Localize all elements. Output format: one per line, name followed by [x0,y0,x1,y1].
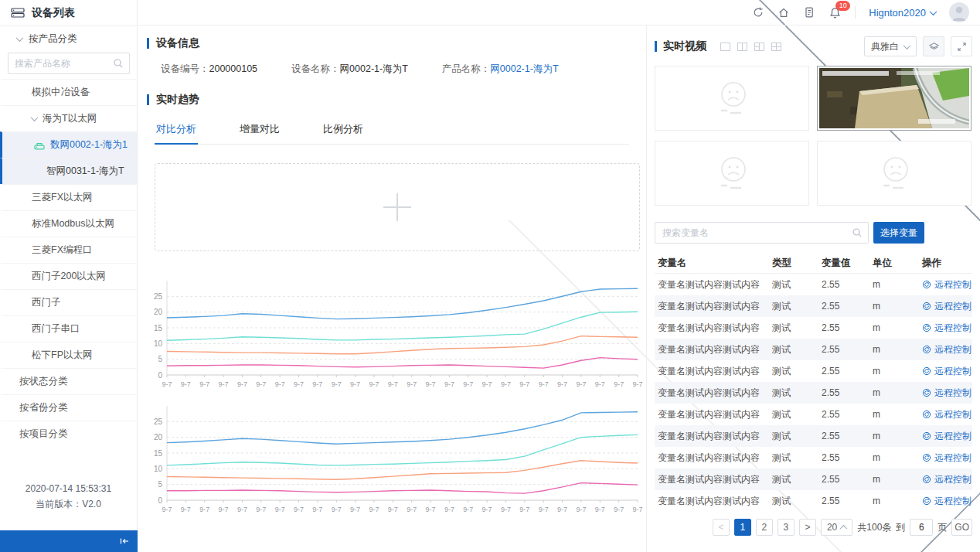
remote-control-icon [922,453,931,462]
device-online-icon [34,141,45,150]
svg-text:20: 20 [154,308,163,316]
theme-selector[interactable]: 典雅白 [864,36,917,56]
fullscreen-button[interactable] [951,36,972,56]
svg-text:10: 10 [154,339,163,348]
no-video-placeholder-icon [707,80,757,117]
remote-control-link[interactable]: 远程控制 [922,300,972,313]
remote-control-link[interactable]: 远程控制 [922,451,972,465]
variable-type-cell: 测试 [772,365,822,378]
tab-compare-analysis[interactable]: 对比分析 [155,116,198,144]
sidebar-tree-item[interactable]: 三菱FX以太网 [0,184,137,210]
variable-row: 变量名测试内容测试内容测试2.55m远程控制 [655,404,972,425]
sidebar-tree-item[interactable]: 海为T以太网 [0,105,137,131]
svg-text:10: 10 [154,465,163,473]
category-toggle-label: 按产品分类 [29,32,77,46]
chevron-down-icon [16,34,24,42]
video-tile-playing[interactable] [817,66,971,131]
sidebar-category-item[interactable]: 按省份分类 [0,394,137,421]
tab-increment-compare[interactable]: 增量对比 [238,116,281,144]
pagination-pages: 123 [734,519,795,536]
remote-control-link[interactable]: 远程控制 [922,387,972,400]
sidebar-item-label: 模拟中冶设备 [32,86,90,99]
remote-control-link[interactable]: 远程控制 [922,430,972,443]
svg-text:9-7: 9-7 [275,506,285,513]
user-menu[interactable]: Hignton2020 [869,7,936,19]
pagination-next-button[interactable]: > [799,519,816,536]
variable-type-cell: 测试 [772,387,822,400]
remote-control-label: 远程控制 [934,451,971,465]
page-jump-input[interactable] [910,519,933,536]
tab-ratio-analysis[interactable]: 比例分析 [322,116,365,144]
sidebar-device-item[interactable]: 智网0031-1-海为T [0,158,137,184]
variable-unit-cell: m [873,366,922,377]
sidebar-device-item[interactable]: 数网0002-1-海为1 [0,131,137,158]
remote-control-label: 远程控制 [934,387,971,400]
refresh-icon[interactable] [752,6,764,19]
remote-control-link[interactable]: 远程控制 [922,322,972,335]
variable-unit-cell: m [873,301,922,312]
layout-two-pane-icon[interactable] [737,43,747,51]
remote-control-label: 远程控制 [934,495,971,508]
svg-text:5: 5 [158,355,162,363]
notification-bell-icon[interactable]: 10 [829,6,842,19]
sidebar-tree-item[interactable]: 西门子 [0,289,137,315]
device-number-field: 设备编号：200000105 [161,63,257,76]
product-search-input[interactable] [8,53,130,74]
sidebar-tree-item[interactable]: 模拟中冶设备 [0,79,137,105]
sidebar-category-item[interactable]: 按项目分类 [0,421,137,447]
variable-name-cell: 变量名测试内容测试内容 [655,451,772,465]
remote-control-link[interactable]: 远程控制 [922,365,972,378]
sidebar-tree-item[interactable]: 标准Modbus以太网 [0,210,137,237]
sidebar-tree-item[interactable]: 西门子200以太网 [0,263,137,289]
remote-control-icon [922,496,931,506]
remote-control-link[interactable]: 远程控制 [922,495,972,508]
select-variables-button[interactable]: 选择变量 [873,222,924,244]
video-title: 实时视频 [663,39,706,53]
remote-control-link[interactable]: 远程控制 [922,278,972,291]
section-accent-bar [655,41,657,52]
trend-title: 实时趋势 [156,93,199,107]
pagination-page-button[interactable]: 1 [734,519,751,536]
video-tile-empty[interactable] [817,141,971,206]
col-action: 操作 [922,257,972,270]
remote-control-icon [922,388,931,397]
variable-search-input[interactable] [655,222,869,244]
pagination-prev-button[interactable]: < [713,519,730,536]
device-list-icon [11,7,25,19]
go-button[interactable]: GO [951,519,972,536]
page-size-selector[interactable]: 20 [821,519,852,536]
variable-row: 变量名测试内容测试内容测试2.55m远程控制 [655,274,972,295]
sidebar-tree-item[interactable]: 三菱FX编程口 [0,237,137,263]
remote-control-label: 远程控制 [934,278,971,291]
sidebar-tree-item[interactable]: 西门子串口 [0,315,137,342]
home-icon[interactable] [778,6,790,19]
add-chart-placeholder[interactable] [155,163,640,251]
remote-control-link[interactable]: 远程控制 [922,343,972,356]
document-icon[interactable] [803,6,815,19]
remote-control-link[interactable]: 远程控制 [922,408,972,421]
svg-text:9-7: 9-7 [595,380,605,388]
variable-value-cell: 2.55 [822,387,873,398]
product-name-link[interactable]: 网0002-1-海为T [490,63,558,74]
sidebar-category-item[interactable]: 按状态分类 [0,368,137,394]
layers-button[interactable] [923,36,944,56]
sidebar-category-toggle[interactable]: 按产品分类 [0,26,137,51]
svg-text:9-7: 9-7 [237,380,247,388]
search-icon [113,58,124,69]
variable-value-cell: 2.55 [822,366,873,377]
video-tile-empty[interactable] [655,141,809,206]
sidebar-tree-item[interactable]: 松下FP以太网 [0,342,137,368]
video-grid [655,66,972,206]
page-size-value: 20 [827,522,837,533]
pagination-page-button[interactable]: 3 [778,519,795,536]
layout-single-icon[interactable] [720,43,730,51]
layout-three-pane-icon[interactable] [754,43,764,51]
sidebar: 设备列表 按产品分类 模拟中冶设备海为T以太网数网0002-1-海为1智网003… [0,0,138,552]
remote-control-link[interactable]: 远程控制 [922,473,972,486]
trend-chart-2: 05101520259-79-79-79-79-79-79-79-79-79-7… [145,401,644,519]
video-tile-empty[interactable] [655,66,809,131]
collapse-sidebar-icon[interactable] [118,535,131,547]
avatar[interactable] [949,2,969,22]
layout-grid-icon[interactable] [771,43,781,51]
pagination-page-button[interactable]: 2 [756,519,773,536]
